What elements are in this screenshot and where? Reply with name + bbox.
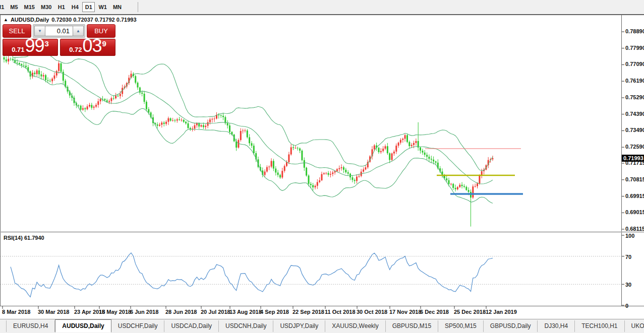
sell-price-pip: 3 (45, 40, 49, 47)
chart-symbol-period: AUDUSD,Daily (11, 17, 49, 23)
price-axis-label: 0.74390 (625, 111, 644, 117)
date-axis-label: 30 Mar 2018 (38, 309, 69, 315)
chart-header: ▲ AUDUSD,Daily 0.72030 0.72037 0.71792 0… (4, 17, 137, 23)
current-price-badge: 0.71993 (622, 155, 644, 162)
date-axis-label: 15 May 2018 (99, 309, 131, 315)
chart-frame (0, 15, 644, 309)
rsi-indicator (0, 253, 621, 297)
rsi-axis-label: 30 (625, 282, 631, 288)
date-axis-label: 30 Oct 2018 (357, 309, 387, 315)
date-axis-label: 22 Sep 2018 (292, 309, 324, 315)
volume-decrease-button[interactable]: ▼ (34, 26, 45, 36)
date-axis-label: 4 Sep 2018 (260, 309, 289, 315)
date-axis-label: 11 Oct 2018 (325, 309, 356, 315)
buy-price-tile[interactable]: 0.72 03 9 (60, 39, 115, 56)
bollinger-bands (13, 54, 493, 204)
sell-price-big: 99 (25, 37, 44, 55)
price-axis-label: 0.77990 (625, 45, 644, 51)
date-axis-label: 13 Aug 2018 (229, 309, 262, 315)
price-axis-label: 0.72590 (625, 144, 644, 150)
price-axis-label: 0.73490 (625, 127, 644, 133)
price-axis-label: 0.78890 (625, 28, 644, 34)
rsi-indicator-label: RSI(14) 61.7940 (4, 235, 44, 241)
candlesticks (4, 55, 494, 227)
sell-price-tile[interactable]: 0.71 99 3 (3, 39, 58, 56)
volume-input[interactable]: 0.01 (45, 26, 73, 36)
date-axis-label: 20 Jul 2018 (201, 309, 230, 315)
date-axis-label: 8 Mar 2018 (2, 309, 30, 315)
buy-price-big: 03 (82, 37, 101, 55)
rsi-axis-label: 100 (625, 233, 634, 239)
date-axis-label: 6 Dec 2018 (420, 309, 449, 315)
date-axis-label: 25 Dec 2018 (454, 309, 486, 315)
price-axis-label: 0.68115 (625, 226, 644, 232)
price-axis-label: 0.75290 (625, 94, 644, 100)
chevron-up-icon: ▲ (76, 29, 80, 33)
price-axis-label: 0.76190 (625, 78, 644, 84)
price-axis-label: 0.69915 (625, 193, 644, 199)
chevron-down-icon: ▼ (38, 29, 42, 33)
price-axis-label: 0.69015 (625, 209, 644, 215)
symbol-chart-icon: ▲ (4, 18, 8, 22)
chart-ohlc-values: 0.72030 0.72037 0.71792 0.71993 (51, 17, 136, 23)
date-axis-label: 28 Jun 2018 (165, 309, 197, 315)
price-axis-label: 0.70815 (625, 176, 644, 182)
date-axis-label: 12 Jan 2019 (486, 309, 517, 315)
sell-price-prefix: 0.71 (12, 46, 24, 53)
volume-increase-button[interactable]: ▲ (73, 26, 84, 36)
date-axis-label: 6 Jun 2018 (130, 309, 158, 315)
rsi-axis-label: 70 (625, 254, 631, 260)
rsi-axis-label: 0 (625, 303, 628, 309)
one-click-trading-panel: SELL ▼ 0.01 ▲ BUY 0.71 99 3 0.72 03 9 (3, 24, 115, 56)
buy-price-prefix: 0.72 (69, 46, 82, 53)
price-axis-label: 0.77090 (625, 61, 644, 67)
trading-platform-window: { "toolbar": { "timeframes": ["M1","M5",… (0, 0, 644, 333)
date-axis-label: 17 Nov 2018 (389, 309, 422, 315)
buy-price-pip: 9 (102, 40, 106, 47)
